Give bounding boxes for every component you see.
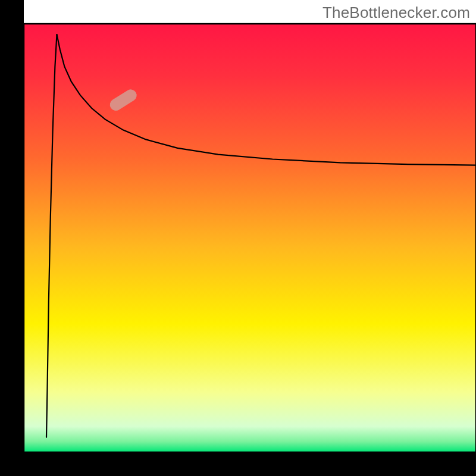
y-axis: [0, 0, 24, 476]
plot-svg: [0, 0, 476, 476]
x-axis: [0, 452, 476, 476]
bottleneck-chart: TheBottlenecker.com: [0, 0, 476, 476]
plot-background: [24, 24, 476, 452]
watermark-text: TheBottlenecker.com: [322, 4, 470, 22]
